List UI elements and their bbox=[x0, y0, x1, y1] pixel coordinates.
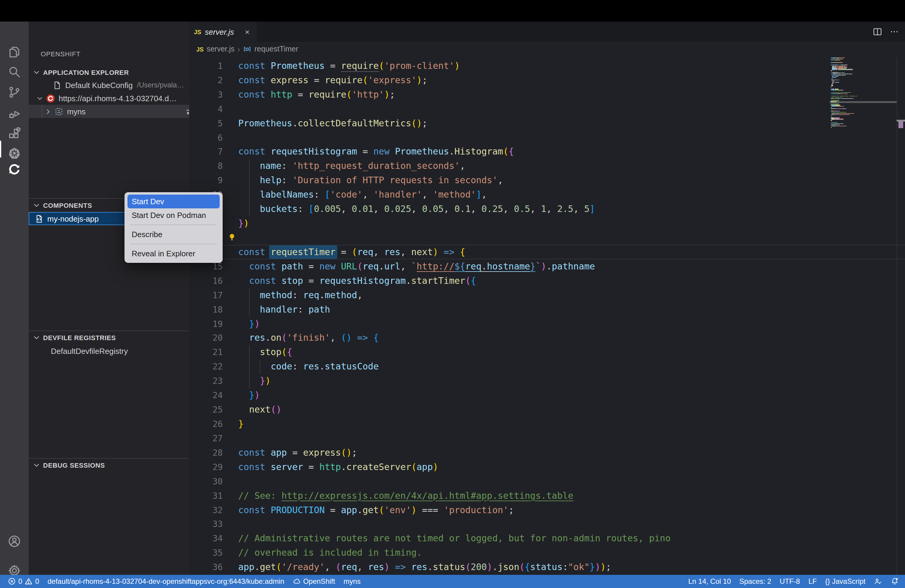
activity-item-openshift[interactable] bbox=[0, 159, 29, 180]
eol-label: LF bbox=[808, 577, 817, 586]
kube-context[interactable]: default/api-rhoms-4-13-032704-dev-opensh… bbox=[43, 577, 289, 586]
breadcrumb-file[interactable]: server.js bbox=[206, 45, 234, 53]
extensions-icon bbox=[8, 127, 21, 140]
indentation[interactable]: Spaces: 2 bbox=[735, 577, 775, 586]
minimap-line-highlight bbox=[830, 101, 897, 103]
indent-guide bbox=[260, 359, 260, 374]
more-actions-icon[interactable] bbox=[889, 27, 899, 37]
notifications-bell[interactable] bbox=[886, 577, 903, 585]
debug-icon bbox=[8, 107, 21, 120]
tree-item-cluster[interactable]: https://api.rhoms-4.13-032704.d… bbox=[29, 92, 189, 105]
code-line: 18 handler: path bbox=[189, 302, 905, 316]
context-menu-item-start-dev-on-podman[interactable]: Start Dev on Podman bbox=[127, 208, 220, 222]
overview-ruler-cursor-marker bbox=[899, 122, 903, 128]
activity-item-search[interactable] bbox=[0, 62, 29, 82]
chevron-down-icon bbox=[32, 68, 41, 77]
section-header-application-explorer[interactable]: APPLICATION EXPLORER bbox=[29, 66, 189, 79]
bell-icon bbox=[890, 577, 899, 585]
minimap[interactable] bbox=[830, 57, 897, 165]
feedback[interactable] bbox=[870, 577, 886, 585]
warning-icon bbox=[25, 577, 33, 586]
chevron-right-icon: › bbox=[238, 44, 240, 54]
context-menu-item-start-dev[interactable]: Start Dev bbox=[127, 195, 220, 208]
context-menu-item-describe[interactable]: Describe bbox=[127, 227, 220, 241]
breadcrumb-symbol[interactable]: requestTimer bbox=[254, 45, 298, 53]
namespace-icon bbox=[54, 107, 64, 116]
editor-group: JS server.js × JS server.js › requestTim… bbox=[189, 22, 905, 575]
section-header-devfile-registries[interactable]: DEVFILE REGISTRIES bbox=[29, 331, 189, 344]
problems-indicator-label: 0 bbox=[18, 577, 22, 586]
code-line: 5Prometheus.collectDefaultMetrics(); bbox=[189, 116, 905, 130]
line-number: 20 bbox=[189, 333, 223, 343]
line-number: 22 bbox=[189, 362, 223, 372]
code-line: 3const http = require('http'); bbox=[189, 87, 905, 102]
code-line: 21 stop({ bbox=[189, 345, 905, 359]
kube-context-label: default/api-rhoms-4-13-032704-dev-opensh… bbox=[48, 577, 284, 586]
code-line: 10 labelNames: ['code', 'handler', 'meth… bbox=[189, 188, 905, 202]
tree-item-myns[interactable]: myns bbox=[29, 105, 189, 118]
indent-guide bbox=[249, 159, 249, 216]
code-line: 32const PRODUCTION = app.get('env') === … bbox=[189, 503, 905, 517]
status-bar: 00default/api-rhoms-4-13-032704-dev-open… bbox=[0, 575, 905, 588]
line-number: 17 bbox=[189, 290, 223, 300]
context-menu-item-reveal-in-explorer[interactable]: Reveal in Explorer bbox=[127, 247, 220, 261]
openshift-status[interactable]: OpenShift bbox=[289, 577, 340, 586]
language-mode-label: {} JavaScript bbox=[825, 577, 865, 586]
tree-item-label: DefaultDevfileRegistry bbox=[51, 346, 128, 355]
code-line: 7const requestHistogram = new Prometheus… bbox=[189, 145, 905, 159]
tree-item-kubeconfig[interactable]: Default KubeConfig/Users/pvala… bbox=[29, 78, 189, 92]
split-editor-icon[interactable] bbox=[873, 27, 882, 37]
code-line: 2const express = require('express'); bbox=[189, 73, 905, 87]
swap-icon[interactable] bbox=[185, 107, 189, 116]
line-number: 24 bbox=[189, 390, 223, 400]
tree-item-default-devfile-registry[interactable]: DefaultDevfileRegistry bbox=[29, 344, 189, 358]
code-line: 27 bbox=[189, 431, 905, 445]
line-number: 21 bbox=[189, 348, 223, 357]
code-line: 4 bbox=[189, 102, 905, 116]
active-project[interactable]: myns bbox=[340, 577, 365, 586]
eol[interactable]: LF bbox=[804, 577, 821, 586]
active-view-indicator bbox=[0, 141, 1, 157]
search-icon bbox=[8, 65, 21, 78]
code-area[interactable]: 1const Prometheus = require('prom-client… bbox=[189, 57, 905, 576]
activity-item-accounts[interactable] bbox=[0, 531, 29, 551]
component-file-icon bbox=[35, 214, 44, 223]
cursor-position[interactable]: Ln 14, Col 10 bbox=[684, 577, 735, 586]
activity-item-extensions[interactable] bbox=[0, 123, 29, 144]
editor-actions bbox=[873, 22, 899, 42]
code-line: 26} bbox=[189, 417, 905, 431]
cursor-position-label: Ln 14, Col 10 bbox=[688, 577, 731, 586]
code-line: 17 method: req.method, bbox=[189, 288, 905, 302]
vscode-window: OPENSHIFT APPLICATION EXPLORERDefault Ku… bbox=[0, 0, 905, 588]
code-line: 15 const path = new URL(req.url, `http:/… bbox=[189, 259, 905, 273]
openshift-status-label: OpenShift bbox=[303, 577, 335, 586]
activity-item-explorer[interactable] bbox=[0, 42, 29, 62]
line-number: 33 bbox=[189, 520, 223, 529]
title-bar bbox=[0, 0, 905, 22]
tab-bar: JS server.js × bbox=[189, 22, 905, 42]
line-number: 23 bbox=[189, 376, 223, 386]
code-line: 22 code: res.statusCode bbox=[189, 359, 905, 374]
code-line: 9 help: 'Duration of HTTP requests in se… bbox=[189, 173, 905, 188]
line-number: 4 bbox=[189, 104, 223, 113]
source-control-icon bbox=[8, 86, 21, 99]
context-menu: Start DevStart Dev on PodmanDescribeReve… bbox=[124, 192, 223, 263]
section-header-debug-sessions[interactable]: DEBUG SESSIONS bbox=[29, 459, 189, 472]
close-icon[interactable]: × bbox=[243, 27, 252, 36]
tab-server-js[interactable]: JS server.js × bbox=[189, 22, 257, 42]
registry-icon bbox=[38, 346, 47, 355]
activity-item-run-debug[interactable] bbox=[0, 103, 29, 124]
line-number: 5 bbox=[189, 118, 223, 128]
tree-item-label: myns bbox=[67, 107, 86, 116]
language-mode[interactable]: {} JavaScript bbox=[821, 577, 870, 586]
kubernetes-icon bbox=[8, 147, 21, 160]
problems-indicator[interactable]: 00 bbox=[3, 577, 43, 586]
activity-item-source-control[interactable] bbox=[0, 82, 29, 102]
openshift-red-icon bbox=[46, 94, 55, 103]
sidebar-pane-title: OPENSHIFT bbox=[41, 50, 81, 57]
code-line: 12}) bbox=[189, 216, 905, 230]
lightbulb-icon[interactable] bbox=[227, 233, 237, 242]
files-icon bbox=[8, 46, 21, 59]
line-number: 31 bbox=[189, 491, 223, 500]
encoding[interactable]: UTF-8 bbox=[775, 577, 804, 586]
